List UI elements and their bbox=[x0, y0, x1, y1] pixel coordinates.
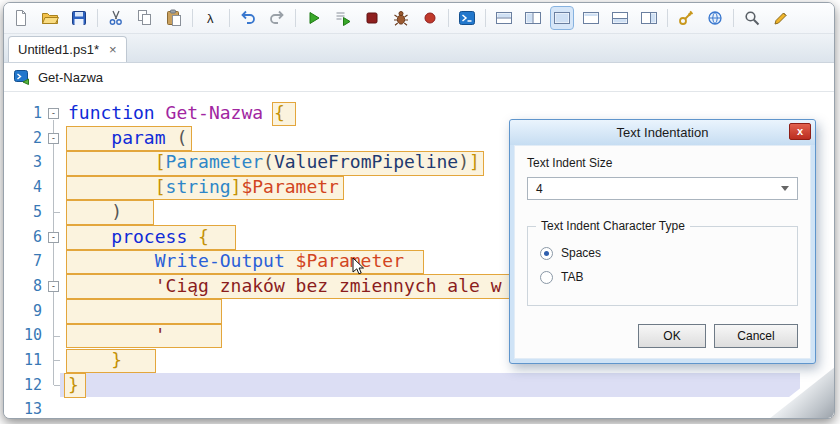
line-number: 2 bbox=[4, 126, 42, 151]
stop-script-button[interactable] bbox=[361, 7, 383, 29]
line-number: 13 bbox=[4, 397, 42, 418]
layout-split-vertical-icon bbox=[524, 9, 542, 27]
radio-icon[interactable] bbox=[540, 247, 553, 260]
tab-untitled1[interactable]: Untitled1.ps1* × bbox=[8, 36, 127, 62]
layout-console-right-button[interactable] bbox=[638, 7, 660, 29]
dialog-title-bar[interactable]: Text Indentation bbox=[510, 120, 815, 145]
run-selection-icon bbox=[334, 9, 352, 27]
new-file-button[interactable] bbox=[10, 7, 32, 29]
code-line[interactable]: } bbox=[68, 348, 122, 373]
radio-icon[interactable] bbox=[540, 271, 553, 284]
save-file-button[interactable] bbox=[68, 7, 90, 29]
current-line-highlight bbox=[60, 373, 800, 398]
fold-toggle[interactable]: - bbox=[48, 232, 59, 243]
radio-option-tab[interactable]: TAB bbox=[540, 270, 785, 284]
toggle-breakpoint-button[interactable] bbox=[419, 7, 441, 29]
tab-close-icon[interactable]: × bbox=[109, 43, 117, 56]
code-line[interactable]: } bbox=[68, 373, 79, 398]
tab-title: Untitled1.ps1* bbox=[18, 42, 99, 57]
function-name: Get-Nazwa bbox=[38, 70, 103, 85]
script-icon bbox=[14, 69, 30, 85]
fold-toggle[interactable]: - bbox=[48, 133, 59, 144]
code-line[interactable]: 'Ciąg znaków bez zmiennych ale w bbox=[68, 274, 501, 299]
open-file-button[interactable] bbox=[39, 7, 61, 29]
open-file-icon bbox=[41, 9, 59, 27]
layout-maximize-editor-button[interactable] bbox=[551, 7, 573, 29]
line-number: 10 bbox=[4, 323, 42, 348]
code-block-highlight bbox=[66, 299, 222, 324]
edit-mode-button[interactable] bbox=[770, 7, 792, 29]
fold-toggle[interactable]: - bbox=[48, 281, 59, 292]
code-line[interactable]: ) bbox=[68, 200, 122, 225]
toolbar-separator bbox=[733, 9, 734, 27]
layout-maximize-editor-icon bbox=[553, 9, 571, 27]
cut-button[interactable] bbox=[105, 7, 127, 29]
toolbar-separator bbox=[295, 9, 296, 27]
chevron-down-icon bbox=[781, 186, 789, 191]
toggle-breakpoint-icon bbox=[421, 9, 439, 27]
app-window: λ Untitled1.ps1* × Get-Nazwa 1-function … bbox=[3, 2, 835, 419]
undo-button[interactable] bbox=[237, 7, 259, 29]
remote-connection-button[interactable] bbox=[704, 7, 726, 29]
indent-size-label: Text Indent Size bbox=[527, 156, 798, 170]
layout-split-horizontal-button[interactable] bbox=[493, 7, 515, 29]
toolbar-separator bbox=[192, 9, 193, 27]
dialog-close-button[interactable]: x bbox=[789, 123, 811, 140]
fold-toggle[interactable]: - bbox=[48, 108, 59, 119]
dialog-title: Text Indentation bbox=[617, 125, 709, 140]
powershell-console-button[interactable] bbox=[456, 7, 478, 29]
layout-restore-button[interactable] bbox=[580, 7, 602, 29]
cancel-button[interactable]: Cancel bbox=[714, 324, 798, 348]
new-file-icon bbox=[12, 9, 30, 27]
layout-console-bottom-icon bbox=[611, 9, 629, 27]
radio-label: TAB bbox=[561, 270, 583, 284]
fold-line-end bbox=[54, 385, 60, 386]
layout-split-vertical-button[interactable] bbox=[522, 7, 544, 29]
radio-label: Spaces bbox=[561, 246, 601, 260]
debug-script-button[interactable] bbox=[390, 7, 412, 29]
text-indentation-dialog: Text Indentation x Text Indent Size 4 Te… bbox=[509, 119, 816, 364]
line-number: 12 bbox=[4, 373, 42, 398]
run-selection-button[interactable] bbox=[332, 7, 354, 29]
search-icon bbox=[743, 9, 761, 27]
layout-split-horizontal-icon bbox=[495, 9, 513, 27]
paste-button[interactable] bbox=[163, 7, 185, 29]
powershell-console-icon bbox=[458, 9, 476, 27]
svg-text:λ: λ bbox=[207, 11, 214, 26]
dialog-buttons: OK Cancel bbox=[638, 324, 798, 348]
undo-icon bbox=[239, 9, 257, 27]
dialog-body: Text Indent Size 4 Text Indent Character… bbox=[514, 145, 811, 359]
expand-alias-icon: λ bbox=[202, 9, 220, 27]
layout-console-bottom-button[interactable] bbox=[609, 7, 631, 29]
toolbar-separator bbox=[229, 9, 230, 27]
edit-mode-icon bbox=[772, 9, 790, 27]
radio-option-spaces[interactable]: Spaces bbox=[540, 246, 785, 260]
code-line[interactable]: [string]$Parametr bbox=[68, 175, 339, 200]
toolbar: λ bbox=[4, 3, 834, 34]
run-script-button[interactable] bbox=[303, 7, 325, 29]
save-file-icon bbox=[70, 9, 88, 27]
function-navigator[interactable]: Get-Nazwa bbox=[4, 63, 834, 92]
code-line[interactable]: ' bbox=[68, 323, 166, 348]
line-number: 1 bbox=[4, 101, 42, 126]
fold-line-end bbox=[54, 336, 60, 337]
redo-button[interactable] bbox=[266, 7, 288, 29]
search-button[interactable] bbox=[741, 7, 763, 29]
snippets-icon bbox=[677, 9, 695, 27]
code-line[interactable]: param ( bbox=[68, 126, 187, 151]
mouse-cursor-icon bbox=[352, 257, 365, 280]
code-line[interactable]: function Get-Nazwa { bbox=[68, 101, 285, 126]
code-line[interactable]: process { bbox=[68, 225, 209, 250]
indent-size-select[interactable]: 4 bbox=[527, 177, 798, 200]
ok-button[interactable]: OK bbox=[638, 324, 706, 348]
debug-script-icon bbox=[392, 9, 410, 27]
fold-line-end bbox=[54, 360, 60, 361]
code-line[interactable]: [Parameter(ValueFromPipeline)] bbox=[68, 150, 480, 175]
fold-line bbox=[53, 293, 54, 335]
copy-button[interactable] bbox=[134, 7, 156, 29]
snippets-button[interactable] bbox=[675, 7, 697, 29]
expand-alias-button[interactable]: λ bbox=[200, 7, 222, 29]
line-number: 3 bbox=[4, 150, 42, 175]
stop-script-icon bbox=[363, 9, 381, 27]
fold-line bbox=[53, 145, 54, 212]
